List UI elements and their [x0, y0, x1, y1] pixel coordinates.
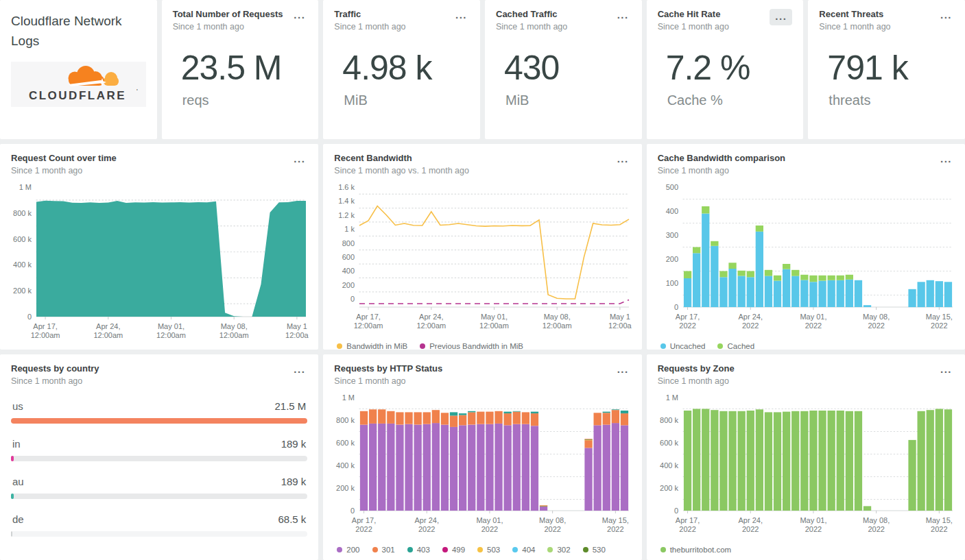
country-label: au	[12, 476, 24, 487]
menu-dots-button[interactable]: ...	[453, 9, 469, 21]
stat-title: Cached Traffic	[496, 9, 567, 19]
svg-text:1 M: 1 M	[19, 183, 32, 191]
legend-item[interactable]: 503	[477, 546, 500, 554]
stat-subtitle: Since 1 month ago	[173, 22, 283, 32]
svg-text:12:00am: 12:00am	[31, 331, 60, 339]
svg-text:12:00am: 12:00am	[156, 331, 186, 339]
legend-item[interactable]: Previous Bandwidth in MiB	[420, 342, 523, 350]
recent-bandwidth-chart[interactable]: 1.6 k1.4 k1.2 k1 k8006004002000Apr 17,12…	[334, 181, 634, 333]
legend-item[interactable]: 499	[442, 546, 465, 554]
svg-text:400 k: 400 k	[13, 260, 32, 269]
bandwidth-legend: Bandwidth in MiBPrevious Bandwidth in Mi…	[337, 342, 630, 350]
svg-text:400: 400	[665, 207, 678, 215]
http-status-legend: 200301403499503404302530526524	[337, 546, 630, 560]
svg-text:200 k: 200 k	[13, 287, 32, 295]
zone-legend: theburritobot.com	[660, 546, 954, 554]
legend-item[interactable]: theburritobot.com	[660, 546, 732, 554]
stat-unit: MiB	[344, 93, 469, 108]
svg-text:Apr 24,: Apr 24,	[419, 313, 443, 321]
menu-dots-button[interactable]: ...	[770, 9, 792, 25]
svg-text:1 M: 1 M	[342, 393, 355, 402]
svg-text:2022: 2022	[418, 525, 435, 533]
svg-text:May 01,: May 01,	[481, 313, 508, 321]
svg-text:': '	[136, 88, 138, 95]
legend-item[interactable]: Bandwidth in MiB	[337, 342, 407, 350]
legend-dot-icon	[337, 547, 342, 552]
legend-dot-icon	[442, 547, 448, 552]
menu-dots-button[interactable]: ...	[291, 9, 307, 21]
country-value: 189 k	[281, 438, 307, 450]
country-bar-fill[interactable]	[11, 418, 307, 424]
menu-dots-button[interactable]: ...	[291, 153, 307, 165]
svg-text:800 k: 800 k	[660, 416, 678, 424]
svg-text:2022: 2022	[868, 525, 884, 533]
cache-bandwidth-panel: Cache Bandwidth comparison Since 1 month…	[647, 144, 965, 350]
legend-label: 404	[522, 546, 535, 554]
svg-text:2022: 2022	[679, 525, 695, 533]
http-status-chart[interactable]: 1 M800 k600 k400 k200 k0Apr 17,2022Apr 2…	[334, 391, 634, 537]
country-value: 21.5 M	[274, 400, 306, 412]
menu-dots-button[interactable]: ...	[291, 363, 307, 376]
legend-item[interactable]: 200	[337, 546, 359, 554]
menu-dots-button[interactable]: ...	[938, 363, 954, 376]
menu-dots-button[interactable]: ...	[615, 9, 631, 21]
requests-by-country-panel: Requests by country Since 1 month ago ..…	[0, 354, 318, 560]
country-value: 68.5 k	[278, 513, 306, 525]
legend-item[interactable]: 530	[583, 546, 606, 554]
country-label: us	[12, 400, 23, 412]
country-bar-track	[11, 418, 307, 424]
country-bar-track	[11, 531, 307, 537]
cache-bandwidth-chart[interactable]: 5004003002001000Apr 17,2022Apr 24,2022Ma…	[658, 181, 958, 333]
country-bar-fill[interactable]	[11, 531, 12, 537]
country-bar-fill[interactable]	[11, 456, 14, 461]
legend-dot-icon	[372, 547, 378, 552]
country-bar-fill[interactable]	[11, 494, 14, 499]
svg-text:12:00am: 12:00am	[93, 331, 123, 339]
legend-item[interactable]: 301	[372, 546, 395, 554]
svg-text:2022: 2022	[481, 525, 498, 533]
legend-dot-icon	[477, 547, 483, 552]
cloudflare-logo-icon: CLOUDFLARE '	[14, 66, 142, 103]
menu-dots-button[interactable]: ...	[615, 363, 631, 376]
legend-item[interactable]: Cached	[717, 342, 754, 350]
requests-by-zone-chart[interactable]: 1 M800 k600 k400 k200 k0Apr 17,2022Apr 2…	[658, 391, 958, 537]
svg-text:2022: 2022	[931, 321, 947, 330]
country-bar-track	[11, 494, 307, 499]
svg-text:200: 200	[342, 281, 355, 289]
svg-text:100: 100	[665, 279, 678, 287]
legend-item[interactable]: 302	[547, 546, 570, 554]
menu-dots-button[interactable]: ...	[938, 9, 954, 21]
legend-item[interactable]: 404	[512, 546, 535, 554]
svg-text:Apr 17,: Apr 17,	[675, 516, 699, 524]
legend-item[interactable]: 403	[407, 546, 430, 554]
request-count-chart[interactable]: 1 M800 k600 k400 k200 k0Apr 17,12:00amAp…	[11, 181, 311, 343]
svg-text:12:00a: 12:00a	[285, 331, 309, 339]
legend-dot-icon	[660, 343, 666, 349]
svg-text:May 01,: May 01,	[800, 516, 826, 524]
panel-subtitle: Since 1 month ago	[334, 376, 442, 386]
legend-dot-icon	[660, 547, 666, 552]
dashboard-title-card: Cloudflare Network Logs CLOUDFLARE '	[0, 0, 157, 139]
stat-value: 4.98 k	[342, 48, 469, 88]
request-count-panel: Request Count over time Since 1 month ag…	[0, 144, 318, 350]
middle-chart-row: Request Count over time Since 1 month ag…	[0, 144, 965, 350]
legend-label: 499	[452, 546, 465, 554]
panel-subtitle: Since 1 month ago	[658, 166, 785, 175]
svg-text:400: 400	[342, 267, 355, 275]
svg-text:200 k: 200 k	[336, 484, 355, 492]
svg-text:1 k: 1 k	[345, 225, 355, 233]
menu-dots-button[interactable]: ...	[938, 153, 954, 165]
svg-text:2022: 2022	[742, 321, 759, 330]
svg-text:2022: 2022	[868, 321, 884, 330]
stat-title: Cache Hit Rate	[658, 9, 729, 19]
menu-dots-button[interactable]: ...	[615, 153, 631, 165]
svg-text:1 M: 1 M	[665, 393, 678, 402]
svg-text:2022: 2022	[742, 525, 759, 533]
svg-text:12:00am: 12:00am	[354, 321, 383, 330]
stat-unit: MiB	[505, 93, 631, 108]
svg-text:May 08,: May 08,	[863, 516, 890, 524]
legend-label: 301	[382, 546, 395, 554]
country-bar-track	[11, 456, 307, 461]
svg-text:Apr 17,: Apr 17,	[33, 322, 57, 330]
legend-item[interactable]: Uncached	[660, 342, 706, 350]
